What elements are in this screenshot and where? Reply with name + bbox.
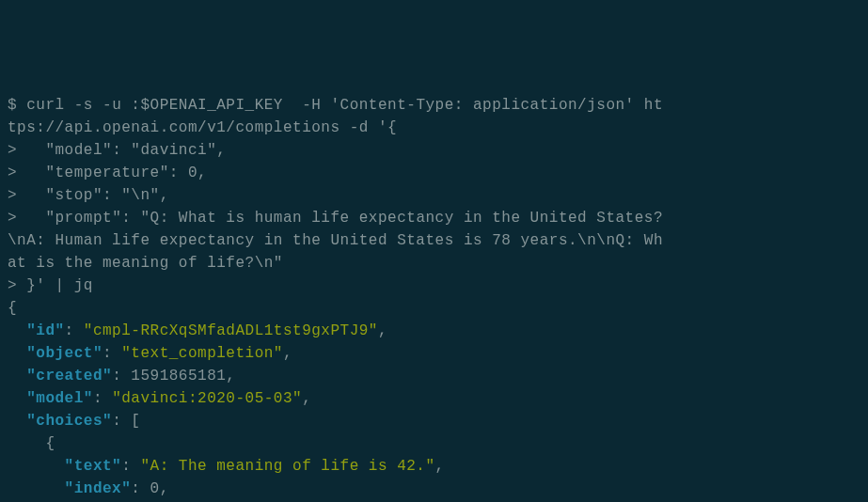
json-id-line: "id": "cmpl-RRcXqSMfadADL1tst9gxPTJ9", (8, 320, 860, 342)
continuation-line-2: > "temperature": 0, (8, 162, 860, 184)
json-choice-open: { (8, 432, 860, 455)
continuation-line-6: at is the meaning of life?\n" (8, 252, 860, 275)
json-text-line: "text": "A: The meaning of life is 42.", (8, 455, 860, 478)
shell-prompt: $ (8, 97, 17, 114)
terminal-output[interactable]: $ curl -s -u :$OPENAI_API_KEY -H 'Conten… (8, 94, 860, 502)
command-line-2: tps://api.openai.com/v1/completions -d '… (8, 117, 860, 139)
continuation-line-1: > "model": "davinci", (8, 139, 860, 162)
json-object-line: "object": "text_completion", (8, 342, 860, 365)
continuation-line-7: > }' | jq (8, 275, 860, 297)
continuation-line-3: > "stop": "\n", (8, 184, 860, 207)
continuation-line-4: > "prompt": "Q: What is human life expec… (8, 207, 860, 229)
json-index-line: "index": 0, (8, 478, 860, 500)
json-choices-line: "choices": [ (8, 410, 860, 432)
command-line-1: $ curl -s -u :$OPENAI_API_KEY -H 'Conten… (8, 94, 860, 117)
continuation-line-5: \nA: Human life expectancy in the United… (8, 229, 860, 252)
json-model-line: "model": "davinci:2020-05-03", (8, 387, 860, 410)
json-open-brace: { (8, 297, 860, 320)
json-created-line: "created": 1591865181, (8, 365, 860, 387)
